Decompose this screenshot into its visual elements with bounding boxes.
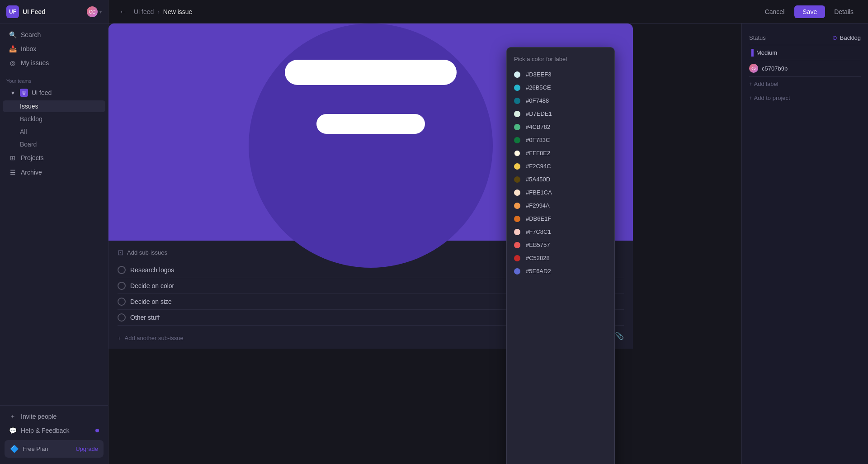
sidebar-item-issues[interactable]: Issues [3,100,105,112]
free-plan-left: 🔷 Free Plan [10,445,48,453]
team-avatar: U [20,89,28,97]
sidebar-item-invite[interactable]: + Invite people [3,410,105,423]
details-panel: Status ⊙ Backlog ▐ Medium c5 c5707b9b [741,24,868,464]
color-dot-3 [514,111,520,117]
back-button[interactable]: ← [118,6,128,18]
color-dot-7 [514,163,520,170]
assignee-value[interactable]: c5 c5707b9b [749,64,788,73]
add-label-action[interactable]: + Add label [749,77,861,91]
add-project-action[interactable]: + Add to project [749,91,861,105]
color-dot-8 [514,176,520,183]
main-content: ← Ui feed › New issue Cancel Save Detail… [108,0,868,464]
sub-issue-text-1: Decide on color [130,282,174,289]
sub-issue-text-0: Research logos [130,266,174,274]
color-hex-0: #D3EEF3 [526,71,551,78]
status-value[interactable]: ⊙ Backlog [832,34,861,41]
status-circle-icon [118,282,126,290]
content-area: ⊡ Add sub-issues Research logos Decide o… [108,24,868,464]
sidebar-item-board[interactable]: Board [3,138,105,150]
sidebar-item-all[interactable]: All [3,126,105,137]
attachment-icon[interactable]: 📎 [615,331,624,340]
color-dot-13 [514,242,520,248]
color-item-4[interactable]: #4CB782 [507,120,614,133]
color-item-2[interactable]: #0F7488 [507,94,614,107]
breadcrumb: Ui feed › New issue [134,8,192,15]
color-dot-2 [514,98,520,104]
chevron-down-icon: ▾ [99,9,102,14]
archive-icon: ☰ [9,169,16,176]
sidebar-item-my-issues[interactable]: ◎ My issues [3,56,105,70]
workspace-avatar: UF [6,5,19,18]
projects-icon: ⊞ [9,154,16,161]
upgrade-button[interactable]: Upgrade [75,445,98,452]
sidebar-item-projects[interactable]: ⊞ Projects [3,151,105,165]
color-item-7[interactable]: #F2C94C [507,160,614,173]
color-hex-6: #FFF8E2 [526,150,550,156]
color-item-11[interactable]: #DB6E1F [507,212,614,225]
color-item-1[interactable]: #26B5CE [507,81,614,94]
color-hex-4: #4CB782 [526,123,550,130]
assignee-row: c5 c5707b9b [749,60,861,77]
color-item-14[interactable]: #C52828 [507,251,614,265]
sub-issue-text-3: Other stuff [130,314,160,321]
color-hex-3: #D7EDE1 [526,110,552,117]
color-item-3[interactable]: #D7EDE1 [507,107,614,120]
color-item-9[interactable]: #FBE1CA [507,186,614,199]
color-item-6[interactable]: #FFF8E2 [507,147,614,160]
details-tab[interactable]: Details [829,5,859,18]
sidebar-item-inbox[interactable]: 📥 Inbox [3,42,105,56]
backlog-icon: ⊙ [832,34,837,41]
team-collapse-icon: ▾ [9,89,16,96]
plan-icon: 🔷 [10,445,19,453]
status-circle-icon [118,266,126,274]
color-picker-title: Pick a color for label [507,53,614,68]
add-another-sub-issue[interactable]: + Add another sub-issue [118,335,184,341]
topbar-actions: Cancel Save Details [759,5,859,18]
priority-row: ▐ Medium [749,45,861,60]
status-circle-icon [118,313,126,322]
cancel-button[interactable]: Cancel [759,5,791,18]
status-circle-icon [118,298,126,306]
color-dot-0 [514,71,520,78]
color-item-8[interactable]: #5A450D [507,173,614,186]
inbox-icon: 📥 [9,45,16,52]
color-picker-panel: Pick a color for label #D3EEF3 #26B5CE #… [506,47,615,464]
color-dot-14 [514,255,520,261]
status-row: Status ⊙ Backlog [749,31,861,45]
sidebar-item-search[interactable]: 🔍 Search [3,28,105,42]
priority-value[interactable]: ▐ Medium [749,49,777,56]
sidebar-header: UF UI Feed CC ▾ [0,0,108,24]
color-hex-11: #DB6E1F [526,215,551,222]
color-item-12[interactable]: #F7C8C1 [507,225,614,238]
color-dot-4 [514,124,520,130]
free-plan-bar: 🔷 Free Plan Upgrade [5,440,104,458]
color-item-10[interactable]: #F2994A [507,199,614,212]
color-item-13[interactable]: #EB5757 [507,238,614,251]
sidebar-nav: 🔍 Search 📥 Inbox ◎ My issues [0,24,108,74]
color-dot-5 [514,137,520,143]
assignee-avatar: c5 [749,64,758,73]
save-button[interactable]: Save [794,5,825,18]
color-dot-11 [514,216,520,222]
breadcrumb-separator: › [157,8,160,15]
user-avatar: CC [87,6,98,17]
free-plan-label: Free Plan [23,445,48,452]
breadcrumb-parent: Ui feed [134,8,154,15]
color-item-5[interactable]: #0F783C [507,133,614,147]
color-hex-10: #F2994A [526,202,550,209]
sidebar-team-uifeed[interactable]: ▾ U Ui feed [3,86,105,99]
color-item-0[interactable]: #D3EEF3 [507,68,614,81]
color-hex-15: #5E6AD2 [526,268,551,275]
color-dot-1 [514,85,520,91]
plus-icon: + [118,335,121,341]
breadcrumb-current: New issue [163,8,193,15]
user-avatar-button[interactable]: CC ▾ [87,6,102,17]
color-item-15[interactable]: #5E6AD2 [507,265,614,278]
topbar: ← Ui feed › New issue Cancel Save Detail… [108,0,868,24]
workspace-name: UI Feed [23,8,83,15]
your-teams-label: Your teams [0,74,108,85]
sidebar-item-archive[interactable]: ☰ Archive [3,166,105,179]
sidebar: UF UI Feed CC ▾ 🔍 Search 📥 Inbox ◎ My is… [0,0,108,464]
sidebar-item-help[interactable]: 💬 Help & Feedback [3,424,105,437]
sidebar-item-backlog[interactable]: Backlog [3,113,105,125]
